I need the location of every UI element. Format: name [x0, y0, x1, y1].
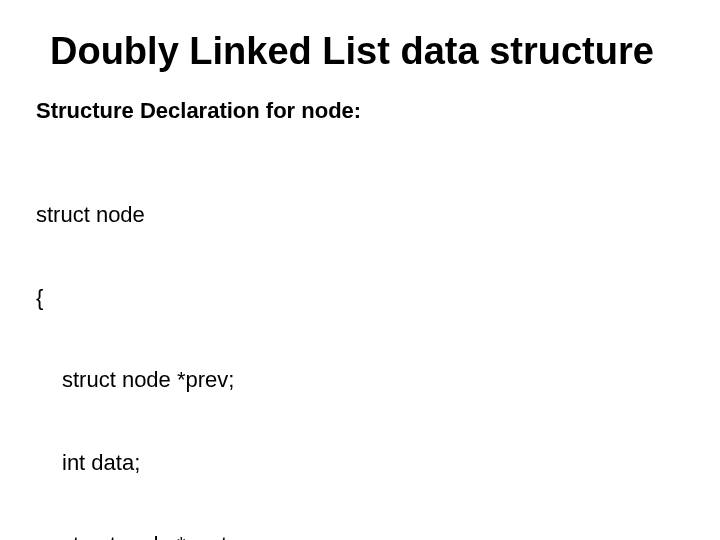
code-line: int data;	[36, 449, 684, 477]
code-line: struct node *prev;	[36, 366, 684, 394]
code-line: struct node *next;	[36, 531, 684, 540]
slide-title: Doubly Linked List data structure	[50, 30, 684, 74]
slide: Doubly Linked List data structure Struct…	[0, 0, 720, 540]
slide-subheading: Structure Declaration for node:	[36, 98, 684, 124]
code-line: {	[36, 284, 684, 312]
code-block: struct node { struct node *prev; int dat…	[36, 146, 684, 540]
code-line: struct node	[36, 201, 684, 229]
